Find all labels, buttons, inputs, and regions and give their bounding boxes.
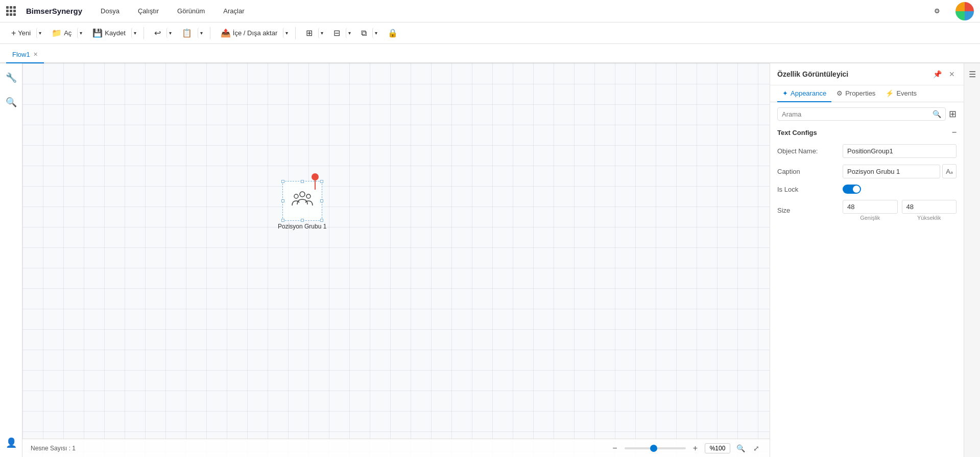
resize-handle-mr[interactable] [320,199,323,202]
zoom-input[interactable] [705,443,730,453]
open-button[interactable]: 📁 Aç [46,26,77,40]
new-button-group[interactable]: + Yeni ▾ [6,26,43,40]
panel-close-icon[interactable]: ✕ [947,68,957,80]
zoom-search-button[interactable]: 🔍 [734,443,747,453]
resize-handle-br[interactable] [320,219,323,222]
object-name-input[interactable] [843,144,957,158]
new-caret[interactable]: ▾ [36,28,43,38]
panel-tab-appearance[interactable]: ✦ Appearance [777,85,831,102]
right-panel: Özellik Görüntüleyici 📌 ✕ ✦ Appearance ⚙… [770,63,964,457]
menu-calistir[interactable]: Çalıştır [134,5,163,17]
resize-handle-tr[interactable] [320,180,323,183]
caption-label: Caption [777,168,839,175]
group-icon [291,189,314,213]
save-caret[interactable]: ▾ [131,28,138,38]
app-avatar-icon[interactable] [955,2,974,20]
lock-button[interactable]: 🔒 [383,26,403,40]
app-grid-icon[interactable] [6,6,16,16]
caption-input[interactable] [843,165,940,178]
importexport-caret[interactable]: ▾ [283,28,290,38]
save-button-group[interactable]: 💾 Kaydet ▾ [87,26,138,40]
grid-button-group[interactable]: ⊞ ▾ [301,26,325,40]
translate-button[interactable]: Aₐ [942,164,957,178]
translate-icon: Aₐ [946,168,953,175]
zoom-slider[interactable] [625,447,686,449]
new-button[interactable]: + Yeni [6,26,36,40]
paste-icon: 📋 [182,28,192,38]
layout-button[interactable]: ⊟ [328,26,345,40]
canvas-element-positiongroup[interactable]: Pozisyon Grubu 1 [278,181,326,230]
zoom-out-button[interactable]: − [609,443,620,454]
grid-button[interactable]: ⊞ [301,26,318,40]
undo-icon: ↩ [154,28,161,38]
right-panel-extra: ☰ [964,63,980,457]
is-lock-toggle[interactable] [843,185,861,194]
new-label: Yeni [18,29,31,37]
resize-handle-tm[interactable] [301,180,304,183]
svg-point-1 [294,194,298,198]
zoom-in-button[interactable]: + [690,443,701,454]
panel-tab-properties[interactable]: ⚙ Properties [831,85,880,102]
grid-caret[interactable]: ▾ [318,28,325,38]
search-icon: 🔍 [933,110,941,118]
appearance-tab-label: Appearance [791,89,826,97]
copy-button-group[interactable]: ⧉ ▾ [356,26,379,40]
paste-button[interactable]: 📋 [177,26,197,40]
undo-caret[interactable]: ▾ [166,28,174,38]
size-width-label: Genişlik [843,215,898,221]
resize-handle-tl[interactable] [281,180,284,183]
resize-handle-ml[interactable] [281,199,284,202]
svg-point-0 [300,192,305,197]
panel-view-toggle-icon[interactable]: ⊞ [949,108,957,120]
paste-caret[interactable]: ▾ [198,28,205,38]
menu-dosya[interactable]: Dosya [97,5,124,17]
canvas-bottom-toolbar: Nesne Sayısı : 1 − + 🔍 ⤢ [22,439,770,457]
open-label: Aç [64,29,71,37]
paste-button-group[interactable]: 📋 ▾ [177,26,205,40]
panel-tabs: ✦ Appearance ⚙ Properties ⚡ Events [770,85,964,102]
canvas-area[interactable]: Pozisyon Grubu 1 Nesne Sayısı : 1 − + 🔍 … [22,63,770,457]
undo-button-group[interactable]: ↩ ▾ [149,26,174,40]
search-input[interactable] [782,110,929,118]
is-lock-value [843,185,957,194]
zoom-controls: − + 🔍 ⤢ [609,443,761,454]
open-caret[interactable]: ▾ [77,28,84,38]
right-extra-icon-1[interactable]: ☰ [967,67,978,81]
importexport-button-group[interactable]: 📤 İçe / Dışa aktar ▾ [216,26,290,40]
sidebar-tools-icon[interactable]: 🔧 [3,70,19,86]
importexport-button[interactable]: 📤 İçe / Dışa aktar [216,26,282,40]
settings-icon[interactable]: ⚙ [929,3,945,19]
size-height-field: Yükseklik [902,200,957,221]
section-collapse-icon[interactable]: − [952,128,957,137]
size-width-input[interactable] [843,200,898,214]
sidebar-search-icon[interactable]: 🔍 [3,94,19,110]
open-button-group[interactable]: 📁 Aç ▾ [46,26,84,40]
save-button[interactable]: 💾 Kaydet [87,26,130,40]
sidebar-bottom-icon[interactable]: 👤 [3,435,19,451]
svg-point-2 [306,194,310,198]
copy-caret[interactable]: ▾ [372,28,379,38]
element-box[interactable] [282,181,322,221]
layout-button-group[interactable]: ⊟ ▾ [328,26,353,40]
object-count-label: Nesne Sayısı : 1 [31,445,76,452]
is-lock-label: Is Lock [777,186,839,193]
undo-button[interactable]: ↩ [149,26,166,40]
panel-header: Özellik Görüntüleyici 📌 ✕ [770,63,964,85]
menu-gorunum[interactable]: Görünüm [173,5,209,17]
layout-caret[interactable]: ▾ [346,28,353,38]
zoom-fit-button[interactable]: ⤢ [751,443,761,453]
tab-flow1-label: Flow1 [12,51,30,58]
tab-flow1[interactable]: Flow1 ✕ [6,47,44,63]
properties-tab-icon: ⚙ [836,89,843,97]
copy-button[interactable]: ⧉ [356,26,372,40]
resize-handle-bm[interactable] [301,219,304,222]
panel-pin-icon[interactable]: 📌 [931,68,943,80]
panel-tab-events[interactable]: ⚡ Events [880,85,922,102]
resize-handle-bl[interactable] [281,219,284,222]
size-height-input[interactable] [902,200,957,214]
menu-araclar[interactable]: Araçlar [219,5,248,17]
tab-close-icon[interactable]: ✕ [33,51,38,58]
prop-object-name: Object Name: [777,141,957,161]
save-icon: 💾 [92,28,103,38]
grid-btn-icon: ⊞ [306,28,313,38]
